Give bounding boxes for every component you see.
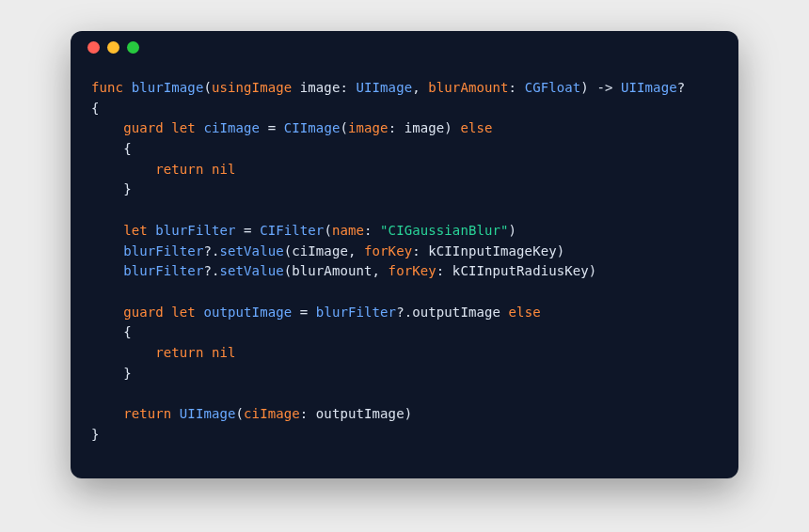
punct: , xyxy=(373,263,381,278)
punct: ) xyxy=(580,80,589,95)
string: "CIGaussianBlur" xyxy=(380,223,508,238)
punct: ? xyxy=(677,80,686,95)
operator: = xyxy=(268,120,277,135)
variable: outputImage xyxy=(203,305,292,320)
arg-label: name xyxy=(332,223,364,238)
arg: image xyxy=(404,120,445,135)
arrow: -> xyxy=(596,80,612,95)
punct: . xyxy=(404,305,413,320)
punct: ( xyxy=(324,223,332,238)
keyword: let xyxy=(171,305,196,320)
keyword: else xyxy=(460,120,492,135)
variable: blurFilter xyxy=(155,223,235,238)
keyword: guard xyxy=(123,305,164,320)
brace: } xyxy=(91,427,100,442)
punct: : xyxy=(364,223,373,238)
punct: ( xyxy=(340,120,348,135)
code-window: func blurImage(usingImage image: UIImage… xyxy=(71,31,738,478)
brace: } xyxy=(123,366,132,381)
punct: : xyxy=(340,80,348,95)
punct: ? xyxy=(203,263,212,278)
arg-label: forKey xyxy=(364,243,412,258)
keyword: guard xyxy=(123,120,164,135)
code-block: func blurImage(usingImage image: UIImage… xyxy=(71,63,738,465)
type: CIImage xyxy=(284,120,341,135)
type: UIImage xyxy=(357,80,413,95)
function-name: blurImage xyxy=(132,80,204,95)
arg: blurAmount xyxy=(292,263,372,278)
method: setValue xyxy=(219,243,283,258)
keyword: return xyxy=(123,406,171,421)
param-label: usingImage xyxy=(212,80,292,95)
arg-label: image xyxy=(348,120,389,135)
operator: = xyxy=(244,223,252,238)
punct: ) xyxy=(404,406,413,421)
punct: , xyxy=(348,243,357,258)
variable: ciImage xyxy=(203,120,260,135)
variable: blurFilter xyxy=(123,263,203,278)
window-titlebar xyxy=(71,31,738,63)
punct: ( xyxy=(284,243,293,258)
operator: = xyxy=(300,305,309,320)
arg: outputImage xyxy=(316,406,404,421)
constant: kCIInputImageKey xyxy=(428,243,556,258)
keyword: return xyxy=(155,162,203,177)
arg-label: ciImage xyxy=(244,406,300,421)
arg-label: forKey xyxy=(389,263,436,278)
keyword: let xyxy=(123,223,148,238)
param-label: blurAmount xyxy=(428,80,508,95)
return-type: UIImage xyxy=(621,80,677,95)
punct: : xyxy=(300,406,309,421)
punct: ( xyxy=(236,406,245,421)
keyword: else xyxy=(509,305,541,320)
keyword: func xyxy=(91,80,123,95)
keyword: let xyxy=(171,120,196,135)
zoom-icon[interactable] xyxy=(127,41,139,54)
keyword: return xyxy=(155,345,203,360)
type: UIImage xyxy=(180,406,236,421)
punct: , xyxy=(412,80,420,95)
close-icon[interactable] xyxy=(87,41,100,54)
brace: } xyxy=(123,181,132,196)
punct: ( xyxy=(203,80,212,95)
type: CGFloat xyxy=(525,80,581,95)
variable: blurFilter xyxy=(316,305,396,320)
minimize-icon[interactable] xyxy=(107,41,119,54)
punct: : xyxy=(412,243,420,258)
arg: ciImage xyxy=(292,243,348,258)
type: CIFilter xyxy=(260,223,324,238)
punct: ( xyxy=(284,263,293,278)
punct: ) xyxy=(589,263,597,278)
variable: blurFilter xyxy=(123,243,203,258)
punct: : xyxy=(389,120,397,135)
constant: kCIInputRadiusKey xyxy=(452,263,589,278)
punct: ? xyxy=(396,305,404,320)
punct: ? xyxy=(203,243,212,258)
method: setValue xyxy=(219,263,283,278)
brace: { xyxy=(91,101,100,116)
punct: ) xyxy=(444,120,452,135)
punct: ) xyxy=(509,223,517,238)
nil: nil xyxy=(212,162,236,177)
punct: : xyxy=(509,80,517,95)
nil: nil xyxy=(212,345,236,360)
punct: ) xyxy=(557,243,565,258)
brace: { xyxy=(123,324,132,339)
param-name: image xyxy=(300,80,341,95)
property: outputImage xyxy=(412,305,500,320)
punct: : xyxy=(436,263,445,278)
brace: { xyxy=(123,141,132,156)
